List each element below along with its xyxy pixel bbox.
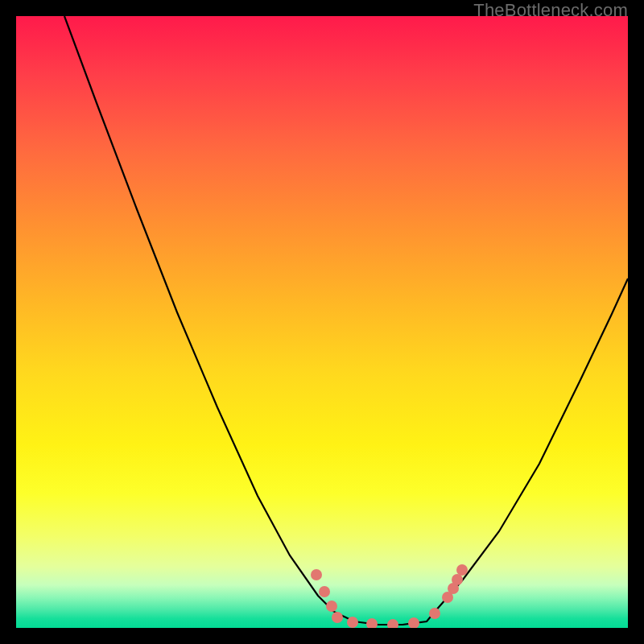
- outer-frame: TheBottleneck.com: [0, 0, 644, 644]
- data-marker: [347, 617, 358, 628]
- data-marker: [332, 612, 343, 623]
- data-marker: [326, 601, 337, 612]
- data-marker: [408, 617, 419, 628]
- plot-area: [16, 16, 628, 628]
- data-marker: [456, 564, 468, 576]
- data-marker: [452, 574, 463, 585]
- data-marker: [387, 619, 398, 628]
- data-marker: [366, 618, 378, 628]
- data-marker: [429, 608, 440, 619]
- data-marker: [311, 569, 322, 580]
- marker-layer: [16, 16, 628, 628]
- data-marker: [319, 586, 330, 597]
